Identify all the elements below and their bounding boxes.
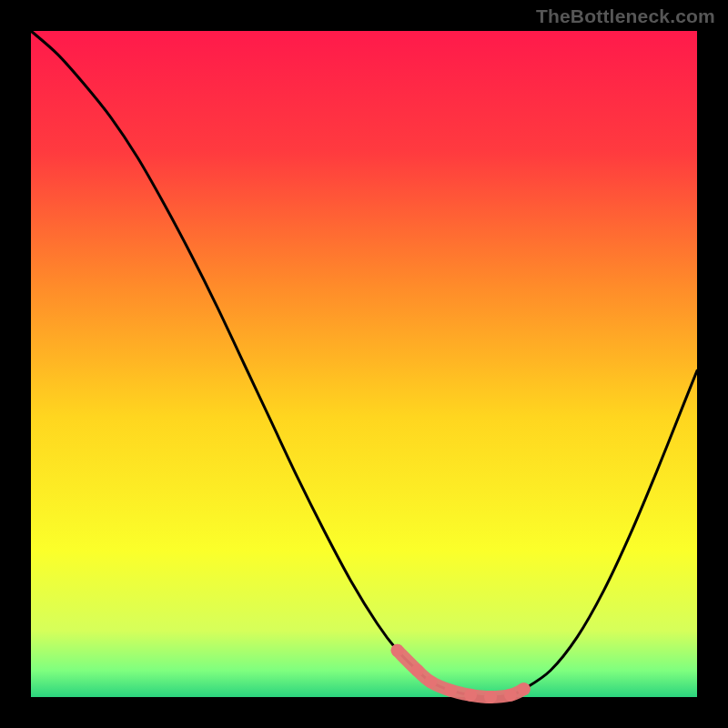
- highlight-marker: [518, 682, 531, 695]
- highlight-marker: [484, 691, 497, 703]
- highlight-marker: [464, 689, 477, 702]
- highlight-marker: [504, 689, 517, 702]
- chart-overlay: [31, 31, 697, 697]
- highlight-marker: [424, 675, 437, 688]
- highlight-marker: [391, 644, 404, 657]
- bottleneck-curve: [31, 31, 697, 697]
- chart-frame: TheBottleneck.com: [0, 0, 728, 728]
- attribution-label: TheBottleneck.com: [536, 5, 715, 27]
- highlight-marker: [444, 684, 457, 697]
- highlight-marker: [411, 664, 424, 677]
